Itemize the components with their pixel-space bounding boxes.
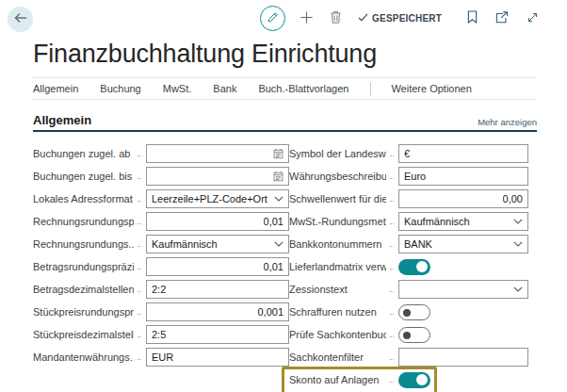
field-control [146, 144, 289, 163]
field-row-sachkontenfilter: Sachkontenfilter [289, 348, 521, 367]
field-control: 2:2 [146, 280, 289, 299]
field-label-lokales-adressformat: Lokales Adressformat [33, 193, 134, 204]
toggle-prüfe-sachkontenbuc[interactable] [398, 327, 430, 343]
field-row-währungsbeschreibung: WährungsbeschreibungEuro [289, 167, 521, 186]
field-row-mwst-rundungsmet: MwSt.-Rundungsmet...Kaufmännisch [289, 212, 521, 231]
edit-button[interactable] [260, 6, 285, 31]
field-row-skonto-auf-anlagen: Skonto auf Anlagen [289, 370, 521, 389]
chevron-down-icon[interactable] [513, 219, 523, 224]
dotted-leader [138, 215, 141, 224]
new-button[interactable] [298, 8, 316, 29]
input-symbol-der-landeswä[interactable]: € [398, 144, 528, 163]
chevron-down-icon[interactable] [513, 286, 523, 292]
tab-buchung[interactable]: Buchung [100, 83, 140, 94]
input-stückpreisdezimalstell[interactable]: 2:5 [146, 325, 289, 344]
form-column-right: Symbol der Landeswä...€Währungsbeschreib… [289, 144, 521, 392]
window-actions: GESPEICHERT [358, 8, 541, 28]
field-row-betragsdezimalstellen: Betragsdezimalstellen...2:2 [33, 280, 280, 299]
input-betragsrundungspräzi[interactable]: 0,01 [146, 257, 289, 276]
input-lokales-adressformat[interactable]: Leerzeile+PLZ-Code+Ort [146, 189, 289, 208]
field-row-prüfe-sachkontenbuc: Prüfe Sachkontenbuc... [289, 325, 521, 344]
tab-buch-blattvorlagen[interactable]: Buch.-Blattvorlagen [258, 83, 348, 94]
tab-mwst[interactable]: MwSt. [163, 83, 192, 94]
field-control [398, 259, 528, 275]
input-buchungen-zugel-ab[interactable] [146, 144, 289, 163]
bookmark-icon [467, 10, 478, 26]
input-mandantenwährungs[interactable]: EUR [146, 348, 289, 367]
toggle-skonto-auf-anlagen[interactable] [398, 372, 430, 388]
field-control: Leerzeile+PLZ-Code+Ort [146, 189, 289, 208]
field-control: 2:5 [146, 325, 289, 344]
top-toolbar: GESPEICHERT [0, 0, 567, 38]
dotted-leader [138, 305, 141, 315]
field-control [398, 372, 528, 388]
dotted-leader [390, 260, 394, 270]
field-row-buchungen-zugel-bis: Buchungen zugel. bis [33, 167, 280, 186]
dotted-leader [390, 305, 394, 315]
field-value: 0,001 [257, 306, 284, 318]
bookmark-button[interactable] [465, 8, 479, 28]
dotted-leader [138, 260, 141, 270]
section-header: Allgemein Mehr anzeigen [33, 113, 537, 132]
save-status-label: GESPEICHERT [372, 13, 442, 24]
tab-bank[interactable]: Bank [213, 83, 236, 94]
section-title: Allgemein [33, 113, 91, 127]
field-control [398, 280, 528, 299]
field-value: Leerzeile+PLZ-Code+Ort [152, 193, 267, 204]
input-zessionstext[interactable] [398, 280, 528, 299]
field-row-stückpreisdezimalstell: Stückpreisdezimalstell...2:5 [33, 325, 280, 344]
page-title: Finanzbuchhaltung Einrichtung [33, 39, 567, 69]
expand-icon [526, 11, 539, 26]
tab-bar: AllgemeinBuchungMwSt.BankBuch.-Blattvorl… [33, 77, 537, 100]
save-status: GESPEICHERT [358, 13, 442, 24]
input-betragsdezimalstellen[interactable]: 2:2 [146, 280, 289, 299]
field-control: 0,00 [398, 189, 528, 208]
open-in-window-button[interactable] [494, 9, 510, 28]
field-value: Euro [404, 171, 426, 182]
record-actions [260, 6, 344, 31]
delete-button[interactable] [328, 8, 344, 28]
field-row-schraffuren-nutzen: Schraffuren nutzen [289, 302, 521, 321]
field-value: 0,00 [503, 193, 523, 204]
input-rechnungsrundungsp[interactable]: 0,01 [146, 212, 289, 231]
dotted-leader [390, 373, 394, 383]
field-control [398, 304, 528, 320]
dotted-leader [138, 170, 141, 179]
toggle-knob [403, 332, 411, 339]
back-arrow-icon [14, 12, 27, 26]
toggle-schraffuren-nutzen[interactable] [398, 304, 430, 320]
input-sachkontenfilter[interactable] [398, 348, 528, 367]
toggle-knob [416, 374, 428, 385]
show-more-link[interactable]: Mehr anzeigen [478, 117, 537, 127]
chevron-down-icon[interactable] [513, 241, 523, 247]
input-währungsbeschreibung[interactable]: Euro [398, 167, 528, 186]
input-buchungen-zugel-bis[interactable] [146, 167, 289, 186]
field-row-rechnungsrundungsp: Rechnungsrundungsp...0,01 [33, 212, 280, 231]
field-control: € [398, 144, 528, 163]
tab-allgemein[interactable]: Allgemein [33, 83, 78, 94]
more-options-menu[interactable]: Weitere Optionen [391, 83, 471, 94]
toggle-lieferlandmatrix-verw[interactable] [398, 259, 430, 275]
input-mwst-rundungsmet[interactable]: Kaufmännisch [398, 212, 528, 231]
chevron-down-icon[interactable] [274, 241, 284, 247]
input-stückpreisrundungspr[interactable]: 0,001 [146, 302, 289, 321]
expand-button[interactable] [525, 9, 541, 28]
field-row-schwellenwert-für-die: Schwellenwert für die ...0,00 [289, 189, 521, 208]
field-control: 0,001 [146, 302, 289, 321]
back-button[interactable] [8, 7, 33, 32]
calendar-icon[interactable] [273, 171, 284, 182]
input-bankkontonummern[interactable]: BANK [398, 235, 528, 253]
input-schwellenwert-für-die[interactable]: 0,00 [398, 189, 528, 208]
field-label-stückpreisrundungspr: Stückpreisrundungspr... [33, 306, 134, 318]
field-label-buchungen-zugel-ab: Buchungen zugel. ab [33, 148, 134, 159]
field-row-zessionstext: Zessionstext [289, 280, 521, 299]
chevron-down-icon[interactable] [274, 196, 284, 202]
field-row-symbol-der-landeswä: Symbol der Landeswä...€ [289, 144, 521, 163]
field-control: 0,01 [146, 257, 289, 276]
field-label-stückpreisdezimalstell: Stückpreisdezimalstell... [33, 329, 134, 340]
field-row-mandantenwährungs: Mandantenwährungs...EUR [33, 348, 280, 367]
field-control [398, 348, 528, 367]
field-label-währungsbeschreibung: Währungsbeschreibung [289, 171, 386, 182]
input-rechnungsrundungs[interactable]: Kaufmännisch [146, 235, 289, 253]
calendar-icon[interactable] [273, 148, 284, 159]
